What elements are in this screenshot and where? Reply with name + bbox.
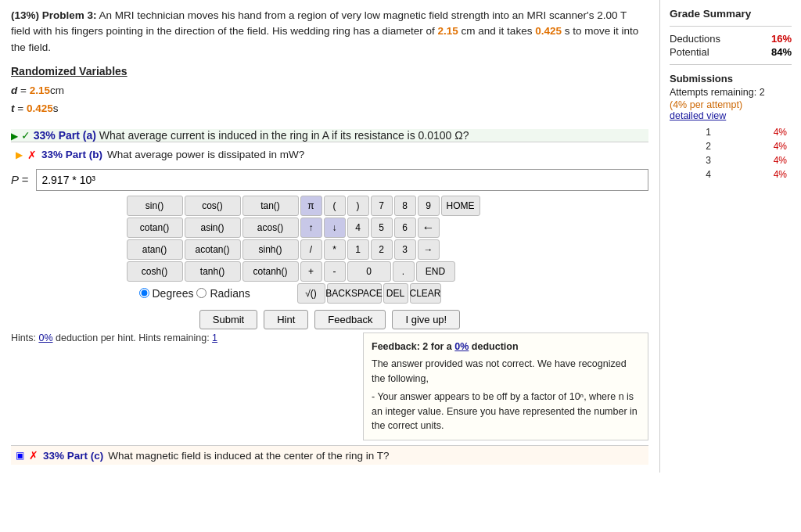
calc-3[interactable]: 3 bbox=[394, 239, 416, 260]
part-b-header: ▶ ✗ 33% Part (b) What average power is d… bbox=[11, 146, 648, 164]
answer-input[interactable] bbox=[36, 169, 648, 191]
calc-asin[interactable]: asin() bbox=[185, 217, 241, 238]
deductions-value: 16% bbox=[771, 33, 792, 45]
feedback-body1: The answer provided was not correct. We … bbox=[372, 357, 640, 386]
var-t-value: 0.425 bbox=[27, 102, 53, 114]
table-row: 2 4% bbox=[671, 140, 790, 153]
sub-num-1: 1 bbox=[671, 126, 714, 138]
part-c-x-icon: ✗ bbox=[29, 449, 38, 462]
detailed-view-link[interactable]: detailed view bbox=[670, 110, 792, 121]
var-d-value: 2.15 bbox=[30, 84, 50, 96]
var-d-line: d = 2.15cm bbox=[11, 82, 648, 100]
part-b-x-icon: ✗ bbox=[27, 149, 37, 161]
calc-right-arrow[interactable]: → bbox=[418, 239, 440, 260]
part-b-question: What average power is dissipated in mW? bbox=[107, 149, 304, 160]
table-row: 3 4% bbox=[671, 154, 790, 167]
calc-9[interactable]: 9 bbox=[418, 196, 440, 216]
calc-sqrt[interactable]: √() bbox=[297, 283, 325, 304]
degrees-radio[interactable] bbox=[139, 288, 149, 298]
potential-row: Potential 84% bbox=[670, 46, 792, 58]
part-c-question: What magnetic field is induced at the ce… bbox=[108, 450, 389, 462]
part-a-check-icon: ✓ bbox=[21, 129, 31, 142]
calculator: sin() cos() tan() π ( ) 7 8 9 HOME cotan… bbox=[127, 196, 533, 304]
deductions-row: Deductions 16% bbox=[670, 33, 792, 45]
potential-value: 84% bbox=[771, 46, 792, 58]
calc-atan[interactable]: atan() bbox=[127, 239, 183, 260]
sub-num-2: 2 bbox=[671, 140, 714, 153]
calc-5[interactable]: 5 bbox=[371, 217, 393, 238]
grade-summary-title: Grade Summary bbox=[670, 8, 792, 20]
calc-down-icon[interactable]: ↓ bbox=[324, 217, 346, 238]
problem-header: (13%) Problem 3: bbox=[11, 9, 97, 21]
calc-home[interactable]: HOME bbox=[441, 196, 480, 216]
calc-cotan[interactable]: cotan() bbox=[127, 217, 183, 238]
calc-divide[interactable]: / bbox=[300, 239, 322, 260]
calc-4[interactable]: 4 bbox=[347, 217, 369, 238]
calc-tan[interactable]: tan() bbox=[242, 196, 299, 216]
calc-7[interactable]: 7 bbox=[371, 196, 393, 216]
var-d-unit: cm bbox=[50, 84, 64, 96]
calc-del[interactable]: DEL bbox=[383, 283, 408, 304]
calc-pi[interactable]: π bbox=[300, 196, 322, 216]
degree-radians-row: Degrees Radians bbox=[127, 287, 296, 300]
calc-sin[interactable]: sin() bbox=[127, 196, 183, 216]
sub-pct-1: 4% bbox=[716, 126, 790, 138]
feedback-title: Feedback: 2 for a 0% deduction bbox=[372, 340, 640, 354]
radians-radio[interactable] bbox=[196, 288, 207, 298]
calc-1[interactable]: 1 bbox=[347, 239, 369, 260]
submission-table: 1 4% 2 4% 3 4% 4 4% bbox=[670, 124, 792, 182]
randomized-variables: Randomized Variables d = 2.15cm t = 0.42… bbox=[11, 65, 648, 118]
sub-pct-2: 4% bbox=[716, 140, 790, 153]
part-c-header: ▣ ✗ 33% Part (c) What magnetic field is … bbox=[11, 445, 648, 465]
calc-backspace-label[interactable]: BACKSPACE bbox=[327, 283, 382, 304]
feedback-text2: deduction bbox=[469, 341, 518, 352]
calc-functions: sin() cos() tan() π ( ) 7 8 9 HOME cotan… bbox=[127, 196, 480, 304]
calc-end[interactable]: END bbox=[416, 261, 455, 282]
calc-6[interactable]: 6 bbox=[394, 217, 416, 238]
calc-cotanh[interactable]: cotanh() bbox=[242, 261, 299, 282]
hints-row: Hints: 0% deduction per hint. Hints rema… bbox=[11, 332, 355, 343]
calc-open-paren[interactable]: ( bbox=[324, 196, 346, 216]
deductions-label: Deductions bbox=[670, 33, 720, 45]
part-b-triangle-icon: ▶ bbox=[16, 149, 23, 160]
randomized-vars-title: Randomized Variables bbox=[11, 65, 648, 77]
calc-0[interactable]: 0 bbox=[347, 261, 391, 282]
calc-dot[interactable]: . bbox=[393, 261, 415, 282]
calc-2[interactable]: 2 bbox=[371, 239, 393, 260]
answer-input-row: P = bbox=[11, 169, 648, 191]
sub-pct-4: 4% bbox=[716, 168, 790, 181]
left-panel: (13%) Problem 3: An MRI technician moves… bbox=[0, 0, 660, 473]
problem-text: (13%) Problem 3: An MRI technician moves… bbox=[11, 8, 648, 56]
p-label: P = bbox=[11, 173, 28, 186]
table-row: 4 4% bbox=[671, 168, 790, 181]
attempts-value: 2 bbox=[760, 87, 765, 98]
part-a-question: What average current is induced in the r… bbox=[99, 129, 469, 142]
calc-acos[interactable]: acos() bbox=[242, 217, 299, 238]
feedback-button[interactable]: Feedback bbox=[314, 310, 386, 329]
bottom-row: Hints: 0% deduction per hint. Hints rema… bbox=[11, 332, 648, 441]
part-a-done-icon: ▶ bbox=[11, 131, 18, 142]
calc-8[interactable]: 8 bbox=[394, 196, 416, 216]
part-c-square-icon: ▣ bbox=[16, 450, 24, 461]
sub-num-3: 3 bbox=[671, 154, 714, 167]
part-b-section: ▶ ✗ 33% Part (b) What average power is d… bbox=[11, 142, 648, 441]
calc-clear[interactable]: CLEAR bbox=[410, 283, 441, 304]
calc-cosh[interactable]: cosh() bbox=[127, 261, 183, 282]
calc-sinh[interactable]: sinh() bbox=[242, 239, 299, 260]
hint-button[interactable]: Hint bbox=[264, 310, 308, 329]
give-up-button[interactable]: I give up! bbox=[392, 310, 460, 329]
feedback-section: Feedback: 2 for a 0% deduction The answe… bbox=[363, 332, 648, 441]
part-b-label: 33% Part (b) bbox=[41, 149, 102, 160]
calc-backspace[interactable]: ← bbox=[418, 217, 440, 238]
calc-up-icon[interactable]: ↑ bbox=[300, 217, 322, 238]
calc-multiply[interactable]: * bbox=[324, 239, 346, 260]
attempts-label: Attempts remaining: bbox=[670, 87, 760, 98]
calc-close-paren[interactable]: ) bbox=[347, 196, 369, 216]
calc-tanh[interactable]: tanh() bbox=[185, 261, 241, 282]
calc-minus[interactable]: - bbox=[324, 261, 346, 282]
calc-acotan[interactable]: acotan() bbox=[185, 239, 241, 260]
sub-pct-3: 4% bbox=[716, 154, 790, 167]
calc-cos[interactable]: cos() bbox=[185, 196, 241, 216]
calc-plus[interactable]: + bbox=[300, 261, 322, 282]
submit-button[interactable]: Submit bbox=[199, 310, 257, 329]
